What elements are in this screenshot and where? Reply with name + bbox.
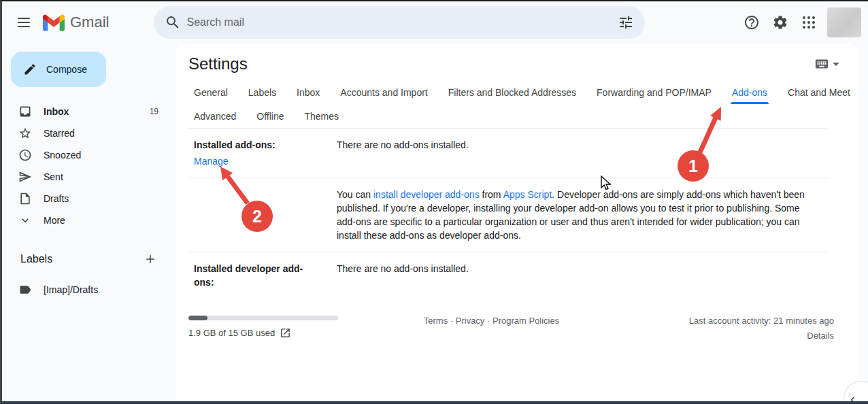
settings-header: Settings [176, 44, 858, 80]
top-bar: Gmail [2, 1, 868, 44]
storage-usage-text: 1.9 GB of 15 GB used [188, 328, 275, 338]
gmail-settings-window: Gmail [0, 0, 868, 404]
tabs-row-1: General Labels Inbox Accounts and Import… [194, 80, 829, 104]
sidebar-item-inbox[interactable]: Inbox 19 [2, 101, 176, 122]
separator: · [450, 316, 453, 326]
chevron-left-icon: ‹ [850, 391, 855, 404]
installed-developer-addons-status: There are no add-ons installed. [337, 262, 469, 289]
storage-progress-bar [188, 316, 338, 320]
brand-name: Gmail [70, 14, 109, 31]
tab-inbox[interactable]: Inbox [297, 80, 320, 104]
sidebar-item-label: Drafts [44, 193, 69, 204]
unread-count: 19 [150, 107, 158, 116]
external-link-icon[interactable] [280, 327, 291, 339]
avatar[interactable] [827, 7, 861, 37]
labels-section-header: Labels [2, 249, 176, 269]
search-bar[interactable] [154, 6, 645, 39]
hide-side-panel-button[interactable]: ‹ [844, 381, 868, 404]
last-activity-text: Last account activity: 21 minutes ago [650, 316, 834, 326]
main-menu-button[interactable] [9, 7, 39, 37]
account-activity-block: Last account activity: 21 minutes ago De… [650, 316, 834, 341]
installed-addons-row: Installed add-ons: Manage There are no a… [188, 129, 829, 178]
sidebar-item-starred[interactable]: Starred [2, 122, 176, 144]
label-tag-icon [18, 283, 32, 297]
search-input[interactable] [186, 16, 612, 29]
developer-addons-info-row: You can install developer add-ons from A… [188, 178, 829, 252]
gmail-logo[interactable]: Gmail [43, 14, 109, 31]
sidebar-item-drafts[interactable]: Drafts [2, 188, 176, 209]
install-developer-addons-link[interactable]: install developer add-ons [373, 189, 480, 200]
tab-chat-and-meet[interactable]: Chat and Meet [788, 80, 850, 104]
tab-themes[interactable]: Themes [305, 104, 339, 128]
search-icon [165, 14, 181, 31]
developer-addons-paragraph: You can install developer add-ons from A… [337, 188, 821, 242]
star-icon [18, 127, 32, 140]
top-right-actions [737, 7, 868, 37]
tab-general[interactable]: General [194, 80, 228, 104]
sidebar-item-label: Starred [44, 128, 75, 139]
settings-button[interactable] [766, 8, 795, 37]
sidebar-item-label: More [44, 215, 65, 226]
sidebar-item-label: Snoozed [44, 150, 81, 161]
google-apps-button[interactable] [795, 8, 823, 37]
tabs-row-2: Advanced Offline Themes [194, 104, 829, 128]
hamburger-icon [18, 26, 30, 27]
gmail-m-icon [43, 14, 65, 31]
empty-label-cell [194, 188, 320, 242]
sidebar-item-snoozed[interactable]: Snoozed [2, 144, 176, 166]
terms-link[interactable]: Terms [424, 316, 448, 326]
hamburger-icon [18, 18, 30, 19]
tab-accounts-and-import[interactable]: Accounts and Import [340, 80, 427, 104]
installed-addons-label-text: Installed add-ons: [194, 138, 320, 152]
tab-add-ons[interactable]: Add-ons [732, 80, 767, 104]
privacy-link[interactable]: Privacy [456, 316, 485, 326]
page-title: Settings [188, 54, 248, 73]
tune-icon [618, 14, 634, 31]
create-label-button[interactable] [140, 249, 161, 269]
manage-link[interactable]: Manage [194, 154, 229, 168]
sidebar-item-label: Sent [44, 171, 63, 182]
label-item-name: [Imap]/Drafts [44, 284, 98, 295]
inbox-icon [18, 105, 32, 118]
send-icon [18, 170, 32, 184]
program-policies-link[interactable]: Program Policies [493, 316, 559, 326]
search-options-button[interactable] [612, 9, 639, 36]
labels-title: Labels [20, 253, 52, 265]
tab-labels[interactable]: Labels [248, 80, 276, 104]
storage-block: 1.9 GB of 15 GB used [188, 316, 346, 339]
installed-addons-status: There are no add-ons installed. [337, 138, 469, 168]
clock-icon [18, 148, 32, 162]
keyboard-icon [814, 56, 829, 71]
input-tools-dropdown[interactable] [814, 56, 839, 71]
help-icon [744, 14, 760, 31]
paragraph-text: You can [337, 189, 373, 200]
paragraph-text: from [480, 189, 503, 200]
installed-addons-label: Installed add-ons: Manage [194, 138, 320, 168]
installed-developer-addons-row: Installed developer add-ons: There are n… [188, 252, 829, 299]
gear-icon [772, 14, 788, 31]
support-button[interactable] [737, 8, 766, 37]
tab-advanced[interactable]: Advanced [194, 104, 236, 128]
installed-developer-addons-label: Installed developer add-ons: [194, 262, 320, 289]
apps-grid-icon [801, 14, 817, 31]
tab-forwarding-and-pop-imap[interactable]: Forwarding and POP/IMAP [597, 80, 712, 104]
separator: · [487, 316, 490, 326]
settings-tabs: General Labels Inbox Accounts and Import… [188, 80, 829, 129]
dropdown-arrow-icon [833, 63, 839, 66]
compose-button[interactable]: Compose [11, 52, 106, 87]
sidebar: Compose Inbox 19 Starred Snoozed Sent [2, 44, 176, 401]
sidebar-nav: Inbox 19 Starred Snoozed Sent Drafts [2, 101, 176, 231]
apps-script-link[interactable]: Apps Script [503, 189, 552, 200]
tab-offline[interactable]: Offline [256, 104, 284, 128]
search-button[interactable] [159, 9, 186, 36]
tab-filters-and-blocked-addresses[interactable]: Filters and Blocked Addresses [448, 80, 576, 104]
sidebar-item-sent[interactable]: Sent [2, 166, 176, 188]
chevron-down-icon [18, 214, 32, 227]
hamburger-icon [18, 22, 30, 23]
sidebar-item-imap-drafts[interactable]: [Imap]/Drafts [2, 279, 176, 301]
file-icon [18, 192, 32, 205]
storage-progress-fill [188, 316, 207, 320]
sidebar-item-more[interactable]: More [2, 209, 176, 231]
sidebar-item-label: Inbox [44, 106, 69, 117]
details-link[interactable]: Details [650, 331, 834, 341]
